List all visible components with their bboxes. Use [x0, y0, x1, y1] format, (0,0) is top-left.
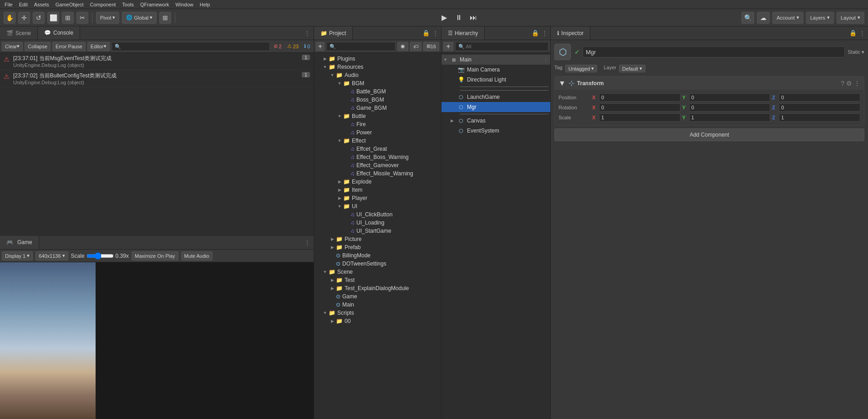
tree-00[interactable]: ▶ 📁 00: [314, 317, 441, 325]
tab-hierarchy[interactable]: ☰ Hierarchy: [442, 26, 485, 40]
static-arrow[interactable]: ▾: [862, 49, 864, 55]
tool-scale[interactable]: ⬜: [47, 12, 59, 24]
tab-inspector[interactable]: ℹ Inspector: [551, 26, 590, 40]
h-directional-light[interactable]: 💡 Directional Light: [442, 75, 550, 85]
maximize-button[interactable]: Maximize On Play: [132, 251, 178, 261]
mute-button[interactable]: Mute Audio: [181, 251, 213, 261]
tree-boss-bgm[interactable]: ♫ Boss_BGM: [314, 96, 441, 104]
h-eventsystem[interactable]: ⬡ EventSystem: [442, 126, 550, 136]
object-name-input[interactable]: [583, 46, 845, 57]
project-search-input[interactable]: [326, 42, 396, 51]
hierarchy-add-button[interactable]: +: [443, 42, 453, 51]
tree-game-scene[interactable]: ⊙ Game: [314, 292, 441, 301]
h-canvas[interactable]: ▶ ⬡ Canvas: [442, 116, 550, 126]
tree-test[interactable]: ▶ 📁 Test: [314, 276, 441, 284]
info-badge[interactable]: ℹ 0: [302, 43, 312, 50]
layout-dropdown[interactable]: Layout ▾: [837, 12, 864, 24]
tool-rect[interactable]: ⊞: [62, 12, 74, 24]
scale-slider[interactable]: [86, 252, 114, 260]
h-mgr[interactable]: ⬡ Mgr: [442, 102, 550, 112]
tree-prefab[interactable]: ▶ 📁 Prefab: [314, 243, 441, 251]
layer-dropdown[interactable]: Default ▾: [619, 65, 645, 72]
play-button[interactable]: ▶: [438, 11, 451, 24]
collapse-button[interactable]: Collapse: [25, 42, 51, 51]
layers-dropdown[interactable]: Layers ▾: [806, 12, 834, 24]
rotation-y-input[interactable]: [689, 103, 771, 112]
menu-edit[interactable]: Edit: [16, 2, 30, 7]
tab-console[interactable]: 💬 Console: [38, 26, 80, 40]
scale-y-input[interactable]: [689, 113, 771, 122]
tree-plugins[interactable]: ▶ 📁 Plugins: [314, 55, 441, 63]
tree-game-bgm[interactable]: ♫ Game_BGM: [314, 104, 441, 112]
error-pause-button[interactable]: Error Pause: [52, 42, 86, 51]
tab-game[interactable]: 🎮 Game: [0, 236, 39, 249]
tree-item[interactable]: ▶ 📁 Item: [314, 186, 441, 194]
position-z-input[interactable]: [779, 93, 860, 102]
project-add-button[interactable]: +: [316, 42, 325, 51]
tab-more[interactable]: ⋮: [301, 26, 314, 40]
hierarchy-lock-icon[interactable]: 🔒: [532, 30, 539, 36]
tree-main-scene[interactable]: ⊙ Main: [314, 301, 441, 309]
menu-component[interactable]: Component: [87, 2, 118, 7]
editor-button[interactable]: Editor ▾: [87, 42, 110, 51]
console-search-input[interactable]: [112, 42, 270, 51]
tree-buttle[interactable]: ▼ 📁 Buttle: [314, 112, 441, 120]
tag-dropdown[interactable]: Untagged ▾: [565, 65, 598, 72]
transform-more-icon[interactable]: ⋮: [854, 80, 860, 87]
global-button[interactable]: 🌐 Global ▾: [122, 12, 157, 24]
pivot-button[interactable]: Pivot ▾: [96, 12, 119, 24]
menu-help[interactable]: Help: [197, 2, 213, 7]
grid-button[interactable]: ⊞: [159, 12, 171, 24]
account-dropdown[interactable]: Account ▾: [772, 12, 803, 24]
menu-gameobject[interactable]: GameObject: [53, 2, 86, 7]
main-more-icon[interactable]: ⋮: [543, 57, 548, 63]
resolution-button[interactable]: 640x1136 ▾: [36, 251, 68, 261]
tree-effect-boss-warning[interactable]: ♫ Effect_Boss_Warning: [314, 153, 441, 161]
tree-dotween[interactable]: ⊙ DOTweenSettings: [314, 260, 441, 268]
tab-project[interactable]: 📁 Project: [314, 26, 353, 40]
h-main-camera[interactable]: 📷 Main Camera: [442, 65, 550, 75]
tree-battle-bgm[interactable]: ♫ Battle_BGM: [314, 87, 441, 96]
tab-scene[interactable]: 🎬 Scene: [0, 26, 38, 40]
hierarchy-more-icon[interactable]: ⋮: [542, 30, 548, 36]
tree-scripts[interactable]: ▼ 📁 Scripts: [314, 309, 441, 317]
tool-rotate[interactable]: ↺: [33, 12, 45, 24]
tree-effect-gameover[interactable]: ♫ Effect_Gameover: [314, 161, 441, 169]
project-lock-icon[interactable]: 🔒: [422, 30, 430, 36]
project-eyedropper[interactable]: ◉: [397, 42, 408, 51]
display-button[interactable]: Display 1 ▾: [2, 251, 33, 261]
transform-help-icon[interactable]: ?: [841, 80, 844, 87]
cloud-search-button[interactable]: 🔍: [741, 12, 754, 24]
tree-test-explain[interactable]: ▶ 📁 Test_ExplainDialogModule: [314, 284, 441, 292]
tool-move[interactable]: ✛: [18, 12, 30, 24]
tree-ui[interactable]: ▼ 📁 UI: [314, 202, 441, 210]
pause-button[interactable]: ⏸: [452, 11, 465, 24]
tree-power[interactable]: ♫ Power: [314, 128, 441, 137]
console-msg-0[interactable]: ⚠ [23:37:01] 当前MsgEventTest类测试完成 UnityEn…: [0, 53, 314, 70]
clear-button[interactable]: Clear ▾: [2, 42, 23, 51]
tree-resources[interactable]: ▼ 📁 Resources: [314, 63, 441, 71]
tool-transform[interactable]: ✂: [76, 12, 88, 24]
tree-player[interactable]: ▶ 📁 Player: [314, 194, 441, 202]
scale-x-input[interactable]: [599, 113, 680, 122]
transform-header[interactable]: ▼ ⊹ Transform ? ⚙ ⋮: [555, 77, 864, 90]
h-launchgame[interactable]: ⬡ LaunchGame: [442, 92, 550, 102]
active-checkbox[interactable]: ✓: [574, 48, 580, 56]
menu-qframework[interactable]: QFramework: [137, 2, 172, 7]
tree-ui-loading[interactable]: ♫ UI_Loading: [314, 219, 441, 227]
inspector-more-icon[interactable]: ⋮: [859, 30, 865, 36]
hierarchy-search-input[interactable]: [455, 42, 548, 51]
console-msg-1[interactable]: ⚠ [23:37:02] 当前BulletConfigTest类测试完成 Uni…: [0, 70, 314, 87]
tree-picture[interactable]: ▶ 📁 Picture: [314, 235, 441, 243]
menu-file[interactable]: File: [2, 2, 15, 7]
transform-settings-icon[interactable]: ⚙: [846, 80, 852, 87]
tree-ui-clickbutton[interactable]: ♫ UI_ClickButton: [314, 210, 441, 219]
tree-effect-missile-warning[interactable]: ♫ Effect_Missile_Warning: [314, 169, 441, 178]
tree-scene[interactable]: ▼ 📁 Scene: [314, 268, 441, 276]
menu-assets[interactable]: Assets: [31, 2, 52, 7]
add-component-button[interactable]: Add Component: [554, 128, 864, 141]
tool-hand[interactable]: ✋: [4, 12, 15, 24]
tree-effect[interactable]: ▼ 📁 Effect: [314, 137, 441, 145]
h-main[interactable]: ▼ ⊞ Main ⋮: [442, 55, 550, 65]
game-tab-more[interactable]: ⋮: [301, 236, 314, 249]
